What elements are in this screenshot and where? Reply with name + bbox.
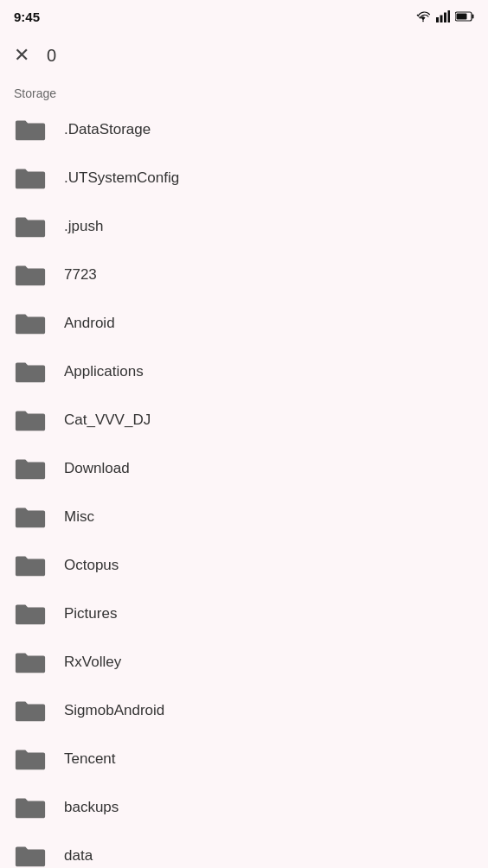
list-item[interactable]: Tencent: [0, 735, 488, 783]
status-bar: 9:45: [0, 0, 488, 31]
folder-icon: [14, 456, 47, 482]
folder-icon: [14, 117, 47, 143]
folder-icon: [14, 165, 47, 191]
list-item[interactable]: Applications: [0, 348, 488, 396]
folder-icon: [14, 795, 47, 820]
list-item[interactable]: .UTSystemConfig: [0, 154, 488, 202]
file-name: Android: [64, 315, 115, 332]
svg-rect-0: [436, 17, 439, 22]
signal-icon: [436, 10, 450, 22]
list-item[interactable]: Cat_VVV_DJ: [0, 396, 488, 444]
list-item[interactable]: Android: [0, 299, 488, 348]
list-item[interactable]: Misc: [0, 493, 488, 541]
list-item[interactable]: backups: [0, 783, 488, 832]
svg-rect-2: [444, 13, 446, 23]
selection-count: 0: [47, 46, 56, 66]
file-name: RxVolley: [64, 654, 121, 671]
list-item[interactable]: 7723: [0, 251, 488, 299]
file-name: SigmobAndroid: [64, 702, 164, 719]
file-name: backups: [64, 799, 119, 816]
list-item[interactable]: RxVolley: [0, 638, 488, 686]
list-item[interactable]: .jpush: [0, 202, 488, 251]
list-item[interactable]: SigmobAndroid: [0, 686, 488, 735]
top-bar: ✕ 0: [0, 31, 488, 80]
file-name: Applications: [64, 363, 144, 380]
folder-icon: [14, 504, 47, 530]
storage-label: Storage: [0, 80, 488, 105]
list-item[interactable]: data: [0, 832, 488, 868]
folder-icon: [14, 407, 47, 433]
svg-rect-5: [472, 15, 474, 19]
list-item[interactable]: Octopus: [0, 541, 488, 590]
folder-icon: [14, 746, 47, 772]
file-name: Misc: [64, 508, 94, 526]
file-list: .DataStorage .UTSystemConfig .jpush 7723…: [0, 105, 488, 868]
svg-rect-1: [440, 16, 443, 23]
folder-icon: [14, 698, 47, 724]
folder-icon: [14, 843, 47, 868]
folder-icon: [14, 359, 47, 385]
file-name: Tencent: [64, 750, 116, 768]
folder-icon: [14, 601, 47, 627]
battery-icon: [455, 11, 474, 22]
file-name: .DataStorage: [64, 121, 151, 138]
file-name: 7723: [64, 266, 97, 284]
file-name: .jpush: [64, 218, 103, 235]
list-item[interactable]: Download: [0, 444, 488, 493]
list-item[interactable]: Pictures: [0, 590, 488, 638]
svg-rect-6: [457, 14, 467, 20]
status-time: 9:45: [14, 10, 40, 24]
wifi-icon: [415, 10, 431, 22]
svg-rect-3: [448, 10, 451, 22]
folder-icon: [14, 262, 47, 288]
file-name: data: [64, 847, 93, 865]
folder-icon: [14, 214, 47, 239]
file-name: Download: [64, 460, 130, 477]
folder-icon: [14, 310, 47, 336]
file-name: Octopus: [64, 557, 119, 574]
close-button[interactable]: ✕: [14, 44, 29, 67]
list-item[interactable]: .DataStorage: [0, 105, 488, 154]
file-name: Cat_VVV_DJ: [64, 412, 151, 429]
file-name: .UTSystemConfig: [64, 169, 179, 187]
folder-icon: [14, 649, 47, 675]
file-name: Pictures: [64, 605, 117, 622]
status-icons: [415, 10, 474, 22]
folder-icon: [14, 552, 47, 578]
